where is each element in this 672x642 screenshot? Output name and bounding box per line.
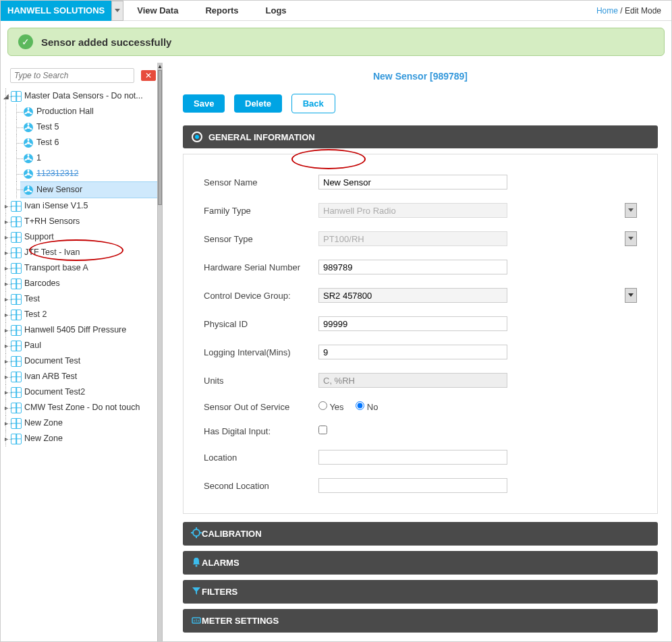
section-calibration[interactable]: CALIBRATION (183, 522, 658, 546)
section-meter[interactable]: METER SETTINGS (183, 609, 658, 633)
tree-node-sensor[interactable]: Test 5 (23, 119, 159, 135)
expander-icon[interactable]: ◢ (3, 88, 9, 104)
grid-icon (11, 91, 22, 102)
menu-view-data[interactable]: View Data (123, 5, 192, 16)
expander-icon[interactable]: ▸ (3, 384, 9, 400)
tree-node-group[interactable]: ▸Test 2 (12, 307, 159, 322)
delete-button[interactable]: Delete (234, 94, 282, 113)
radio-oos-no[interactable] (356, 401, 364, 410)
input-location[interactable] (318, 450, 507, 465)
tree-node-group[interactable]: ▸Ivan ARB Test (12, 369, 159, 384)
save-button[interactable]: Save (183, 94, 225, 113)
tree-node-sensor[interactable]: 112312312 (23, 166, 159, 181)
input-phys-id[interactable] (318, 316, 507, 331)
input-location2[interactable] (318, 478, 507, 493)
tree-node-sensor[interactable]: New Sensor (20, 181, 159, 198)
input-hw-serial[interactable] (318, 260, 507, 274)
section-alarms-title: ALARMS (202, 558, 240, 568)
tree-node-group[interactable]: ▸New Zone (12, 431, 159, 446)
tree-node-master[interactable]: ◢ Master Data Sensors - Do not... (12, 88, 159, 104)
grid-icon (11, 325, 22, 336)
radio-on-icon (191, 131, 203, 143)
bell-icon (191, 556, 202, 569)
tree-node-group[interactable]: ▸T+RH Sensors (12, 214, 159, 229)
breadcrumb-home[interactable]: Home (596, 6, 618, 16)
label-location: Location (204, 453, 318, 463)
label-interval: Logging Interval(Mins) (204, 347, 318, 357)
annotation-circle (291, 149, 366, 169)
expander-icon[interactable]: ▸ (3, 338, 9, 353)
scroll-up-icon[interactable]: ▲ (157, 63, 163, 69)
tree-node-group[interactable]: ▸New Zone (12, 415, 159, 431)
grid-icon (11, 263, 22, 274)
chevron-down-icon[interactable] (625, 288, 637, 303)
grid-icon (11, 201, 22, 212)
expander-icon[interactable]: ▸ (3, 229, 9, 245)
tree-node-group[interactable]: ▸Hanwell 5405 Diff Pressure (12, 322, 159, 338)
menu-reports[interactable]: Reports (192, 5, 252, 16)
breadcrumb-sep: / (620, 6, 625, 16)
select-cdg[interactable]: SR2 457800 (318, 288, 507, 303)
fan-icon (23, 153, 34, 164)
svg-marker-16 (628, 237, 634, 240)
tree-node-group[interactable]: ▸CMW Test Zone - Do not touch (12, 400, 159, 415)
input-interval[interactable] (318, 345, 507, 359)
svg-marker-15 (628, 208, 634, 212)
radio-oos-yes[interactable] (318, 401, 327, 410)
general-form: Sensor Name Family Type Hanwell Pro Radi… (183, 154, 658, 514)
brand-button[interactable]: HANWELL SOLUTIONS (1, 1, 111, 21)
tree-node-group[interactable]: ▸Barcodes (12, 276, 159, 291)
expander-icon[interactable]: ▸ (3, 415, 9, 431)
input-units (318, 373, 507, 388)
label-location2: Second Location (204, 481, 318, 491)
tree-label: Barcodes (24, 276, 60, 291)
expander-icon[interactable]: ▸ (3, 291, 9, 307)
section-general-header[interactable]: GENERAL INFORMATION (183, 125, 658, 148)
tree-label: Test 6 (36, 135, 59, 150)
tree-label: JTF Test - Ivan (24, 245, 80, 260)
expander-icon[interactable]: ▸ (3, 198, 9, 214)
label-digital: Has Digital Input: (204, 426, 318, 436)
main-panel: New Sensor [989789] Save Delete Back GEN… (163, 63, 671, 642)
search-clear-button[interactable]: ✕ (141, 70, 156, 81)
expander-icon[interactable]: ▸ (3, 245, 9, 260)
tree-node-group[interactable]: ▸Test (12, 291, 159, 307)
section-general-title: GENERAL INFORMATION (208, 132, 315, 142)
tree-node-group[interactable]: ▸Ivan iSense V1.5 (12, 198, 159, 214)
tree-node-sensor[interactable]: Production Hall (23, 104, 159, 119)
tree-node-group[interactable]: ▸Transport base A (12, 260, 159, 276)
tree-node-group[interactable]: ▸Document Test2 (12, 384, 159, 400)
grid-icon (11, 216, 22, 227)
tree-node-group[interactable]: ▸Paul (12, 338, 159, 353)
expander-icon[interactable]: ▸ (3, 431, 9, 446)
tree: ◢ Master Data Sensors - Do not... Produc… (3, 88, 163, 453)
expander-icon[interactable]: ▸ (3, 322, 9, 338)
expander-icon[interactable]: ▸ (3, 260, 9, 276)
expander-icon[interactable]: ▸ (3, 400, 9, 415)
input-sensor-name[interactable] (318, 175, 507, 189)
tree-node-sensor[interactable]: Test 6 (23, 135, 159, 150)
expander-icon[interactable]: ▸ (3, 353, 9, 369)
checkbox-digital[interactable] (318, 426, 327, 434)
grid-icon (11, 418, 22, 429)
tree-label: Test 2 (24, 307, 47, 322)
expander-icon[interactable]: ▸ (3, 369, 9, 384)
tree-node-group[interactable]: ▸Document Test (12, 353, 159, 369)
back-button[interactable]: Back (291, 94, 335, 113)
label-cdg: Control Device Group: (204, 291, 318, 301)
expander-icon[interactable]: ▸ (3, 307, 9, 322)
brand-dropdown-toggle[interactable] (111, 1, 123, 21)
expander-icon[interactable]: ▸ (3, 276, 9, 291)
label-sensor-name: Sensor Name (204, 177, 318, 187)
tree-node-sensor[interactable]: 1 (23, 150, 159, 166)
section-alarms[interactable]: ALARMS (183, 551, 658, 575)
menu-logs[interactable]: Logs (252, 5, 300, 16)
tree-node-group[interactable]: ▸JTF Test - Ivan (12, 245, 159, 260)
tree-label: Production Hall (36, 104, 94, 119)
search-input[interactable] (10, 68, 134, 83)
sidebar-scrollbar[interactable]: ▲ ▼ (157, 63, 163, 642)
section-filters[interactable]: FILTERS (183, 580, 658, 604)
tree-node-group[interactable]: ▸Support (12, 229, 159, 245)
expander-icon[interactable]: ▸ (3, 214, 9, 229)
select-family-type: Hanwell Pro Radio (318, 203, 507, 218)
